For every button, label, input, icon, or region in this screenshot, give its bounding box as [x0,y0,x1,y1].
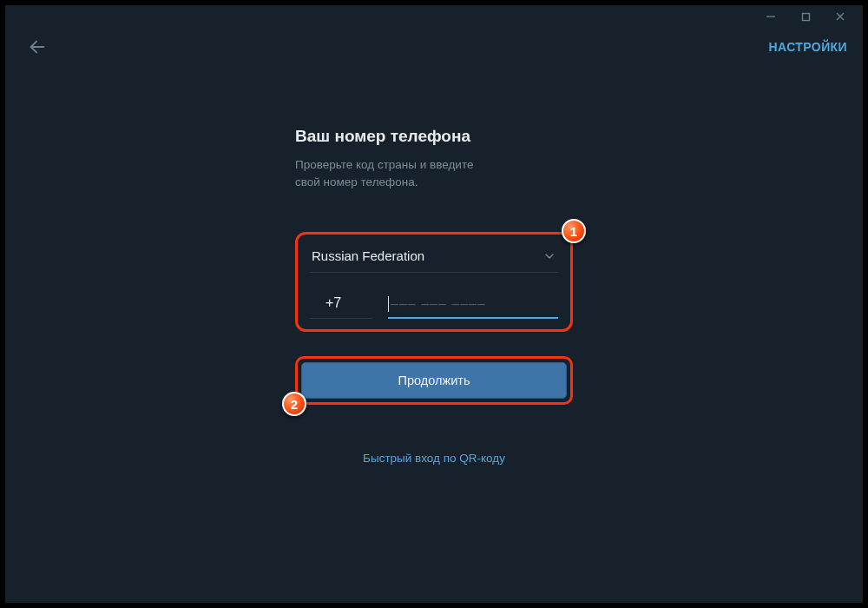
annotation-badge-1: 1 [562,219,586,243]
chevron-down-icon [542,249,556,263]
subtitle-line2: свой номер телефона. [295,175,418,188]
page-subtitle: Проверьте код страны и введите свой номе… [295,156,573,190]
phone-placeholder: ––– ––– –––– [391,296,486,312]
window-titlebar [5,5,863,28]
close-button[interactable] [823,7,858,26]
page-title: Ваш номер телефона [295,127,573,146]
screenshot-frame: НАСТРОЙКИ Ваш номер телефона Проверьте к… [0,0,868,608]
back-button[interactable] [24,34,50,60]
minimize-icon [766,11,776,22]
phone-row: +7 ––– ––– –––– [310,273,558,319]
header-bar: НАСТРОЙКИ [5,28,863,66]
phone-input[interactable]: ––– ––– –––– [388,296,558,319]
subtitle-line1: Проверьте код страны и введите [295,158,473,171]
svg-rect-1 [802,13,809,20]
country-name: Russian Federation [312,248,424,263]
country-select[interactable]: Russian Federation [310,243,558,273]
arrow-left-icon [28,37,47,56]
qr-login-link[interactable]: Быстрый вход по QR-коду [295,452,573,465]
phone-input-group: 1 Russian Federation +7 ––– ––– –––– [295,232,573,332]
main-content: Ваш номер телефона Проверьте код страны … [5,66,863,603]
login-form: Ваш номер телефона Проверьте код страны … [295,127,573,465]
close-icon [835,11,845,22]
dial-code: +7 [310,295,372,319]
continue-button[interactable]: Продолжить [301,362,567,399]
text-caret [388,296,389,312]
minimize-button[interactable] [753,7,788,26]
app-window: НАСТРОЙКИ Ваш номер телефона Проверьте к… [5,5,863,603]
maximize-icon [801,12,811,22]
maximize-button[interactable] [788,7,823,26]
settings-link[interactable]: НАСТРОЙКИ [769,40,848,54]
annotation-badge-2: 2 [282,392,306,416]
continue-button-highlight: 2 Продолжить [295,356,573,405]
